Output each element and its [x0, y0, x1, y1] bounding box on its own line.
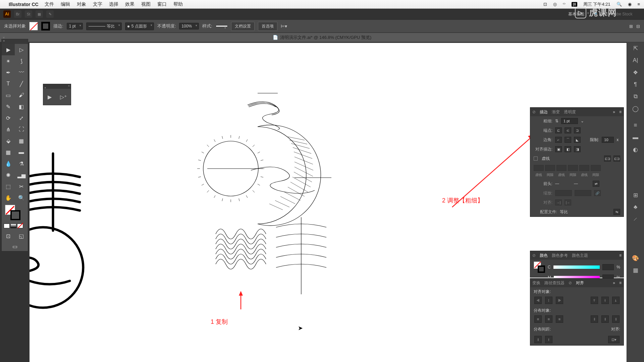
siri-icon[interactable]: ◉	[628, 2, 632, 7]
dist-vcenter[interactable]: ≡	[545, 315, 552, 323]
scale-start[interactable]	[555, 190, 572, 196]
stroke-swatch[interactable]	[41, 22, 50, 31]
transform-icon[interactable]: ⊞	[629, 24, 633, 29]
rectangle-tool[interactable]: ▭	[2, 89, 15, 101]
align-end[interactable]: |→	[565, 199, 571, 205]
menu-view[interactable]: 视图	[141, 1, 151, 7]
align-bottom[interactable]: ⫰	[612, 297, 620, 304]
stock-icon[interactable]: St	[25, 10, 32, 18]
menu-effect[interactable]: 效果	[125, 1, 135, 7]
graph-tool[interactable]: ▂▅	[15, 169, 28, 181]
arrow-end[interactable]: —	[574, 181, 590, 186]
brushes-icon[interactable]: ◐	[627, 143, 644, 156]
transform-tab[interactable]: 变换	[532, 280, 540, 286]
align-vcenter[interactable]: ⫲	[601, 297, 609, 304]
gap-2[interactable]	[568, 165, 578, 171]
character-icon[interactable]: A|	[627, 54, 644, 66]
arrow-start[interactable]: —	[555, 181, 571, 186]
stroke-color[interactable]	[10, 210, 20, 220]
document-setup-button[interactable]: 文档设置	[231, 22, 255, 31]
align-left[interactable]: ⫷	[534, 297, 542, 304]
stroke-tab[interactable]: 描边	[540, 109, 548, 115]
scale-tool[interactable]: ⤢	[15, 112, 28, 124]
weight-input[interactable]	[561, 118, 578, 124]
blend-tool[interactable]: ⚗	[15, 158, 28, 169]
profile-select[interactable]: 等比	[560, 209, 611, 215]
align-menu-icon[interactable]: ≡	[619, 281, 622, 285]
weight-stepper[interactable]: ⇅	[555, 119, 558, 123]
corner-miter[interactable]: ⌐	[555, 137, 562, 143]
clock[interactable]: 周三 下午4:21	[583, 2, 610, 7]
stroke-profile-select[interactable]: 等比	[86, 22, 122, 30]
flip-profile[interactable]: ⇋	[613, 209, 620, 215]
gradient-icon[interactable]: ▦	[627, 264, 644, 276]
notification-icon[interactable]: ≡	[637, 2, 640, 7]
direct-selection-icon[interactable]: ▷⁺	[60, 94, 67, 100]
style-select[interactable]	[216, 25, 228, 27]
screen-mode-tool[interactable]: ⊡	[2, 230, 15, 242]
transparency-tab[interactable]: 透明度	[564, 109, 576, 115]
swap-arrows[interactable]: ⇄	[593, 181, 599, 187]
align-top[interactable]: ⫯	[591, 297, 598, 304]
limit-input[interactable]	[602, 137, 614, 143]
weight-dropdown-icon[interactable]: ⌄	[581, 119, 584, 123]
color-tab[interactable]: 颜色	[540, 253, 548, 258]
direct-selection-tool[interactable]: ▷	[15, 44, 28, 55]
dist-right[interactable]: ⦀	[612, 315, 620, 323]
dist-bottom[interactable]: ≡	[556, 315, 563, 323]
menu-edit[interactable]: 编辑	[61, 1, 70, 7]
paintbrush-tool[interactable]: 🖌	[15, 89, 28, 101]
stroke-icon2[interactable]: ⟋	[627, 213, 644, 225]
appearance-icon[interactable]: ◯	[627, 103, 644, 115]
paragraph-icon[interactable]: ¶	[627, 78, 644, 90]
perspective-tool[interactable]: ▦	[15, 135, 28, 146]
cap-projecting[interactable]: ⊐	[574, 127, 581, 133]
mesh-tool[interactable]: ▦	[2, 146, 15, 158]
color-menu-icon[interactable]: ≡	[619, 253, 622, 258]
app-name[interactable]: Illustrator CC	[9, 2, 39, 7]
menu-select[interactable]: 选择	[109, 1, 118, 7]
align-to-selection[interactable]: ⊡▾	[608, 336, 620, 343]
isolate-icon[interactable]: ⊟	[636, 24, 640, 29]
dashed-checkbox[interactable]	[534, 157, 538, 161]
gpu-icon[interactable]: ✎	[46, 10, 54, 18]
graphic-styles-icon[interactable]: ♣	[627, 201, 644, 213]
align-collapse-icon[interactable]: »	[613, 281, 615, 285]
align-tip[interactable]: →|	[555, 199, 562, 205]
link-scale[interactable]: 🔗	[594, 190, 601, 196]
ime-icon[interactable]: 拼	[572, 2, 577, 7]
eyedropper-tool[interactable]: 💧	[2, 158, 15, 169]
align-hcenter[interactable]: ⫶	[545, 297, 552, 304]
dist-left[interactable]: ⦀	[591, 315, 598, 323]
rotate-tool[interactable]: ⟳	[2, 112, 15, 124]
properties-icon[interactable]: ≡	[627, 119, 644, 131]
dash-preserve[interactable]: ⊏⊐	[604, 156, 611, 162]
corner-round[interactable]: ⌒	[565, 137, 571, 143]
preferences-button[interactable]: 首选项	[258, 22, 277, 31]
gap-1[interactable]	[545, 165, 555, 171]
selection-tool-icon[interactable]: ▶	[48, 94, 52, 100]
pen-tool[interactable]: ✒	[2, 67, 15, 78]
brush-select[interactable]: 5 点圆形	[125, 22, 154, 30]
align-outside[interactable]: ◨	[574, 146, 581, 152]
dash-1[interactable]	[534, 165, 544, 171]
fill-swatch[interactable]	[29, 22, 38, 31]
align-inside[interactable]: ◧	[565, 146, 571, 152]
menu-help[interactable]: 帮助	[173, 1, 183, 7]
dist-hgap[interactable]: ⫲	[545, 336, 552, 343]
zoom-tool[interactable]: 🔍	[15, 192, 28, 203]
width-tool[interactable]: ⋔	[2, 124, 15, 135]
symbol-sprayer-tool[interactable]: ✺	[2, 169, 15, 181]
menu-file[interactable]: 文件	[45, 1, 54, 7]
libraries-icon[interactable]: ⧉	[627, 90, 644, 103]
corner-bevel[interactable]: ◣	[574, 137, 581, 143]
dash-3[interactable]	[579, 165, 589, 171]
menu-type[interactable]: 文字	[93, 1, 102, 7]
swatches-icon[interactable]: ▬	[627, 131, 644, 143]
gradient-tab[interactable]: 渐变	[552, 109, 560, 115]
eraser-tool[interactable]: ◧	[15, 101, 28, 112]
shaper-tool[interactable]: ✎	[2, 101, 15, 112]
layers-icon[interactable]: ❖	[627, 66, 644, 78]
slice-tool[interactable]: ✂	[15, 181, 28, 192]
align-tab[interactable]: 对齐	[576, 280, 584, 286]
